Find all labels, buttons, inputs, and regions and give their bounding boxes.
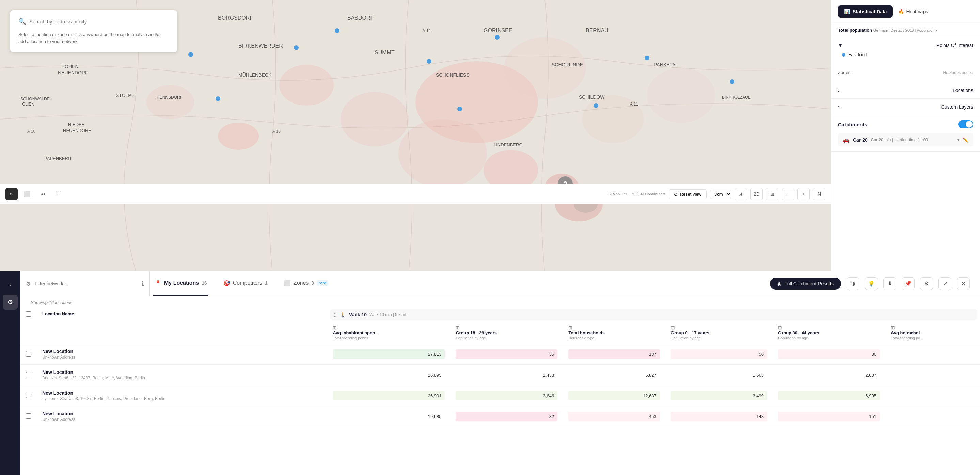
- row-checkbox-2[interactable]: [26, 392, 31, 398]
- filter-input[interactable]: [35, 281, 138, 286]
- row-location-cell-0: New Location Unknown Address: [37, 344, 327, 365]
- select-all-checkbox[interactable]: [26, 311, 31, 317]
- points-of-interest-section: ▼ Points Of Interest Fast food: [831, 37, 980, 63]
- my-locations-count: 16: [202, 280, 207, 286]
- col-avg-spend-sub: Total spending power: [332, 336, 445, 340]
- reset-view-label: Reset view: [680, 192, 702, 197]
- catchment-car-row[interactable]: 🚗 Car 20 Car 20 min | starting time 11:0…: [838, 133, 973, 146]
- search-input[interactable]: [29, 19, 169, 24]
- select-tool-button[interactable]: ↖: [5, 188, 18, 200]
- row-group-30-44-value-3: 151: [778, 411, 880, 421]
- row-group-18-29-3: 82: [450, 406, 563, 427]
- col-total-hh-sub: Household type: [568, 336, 660, 340]
- right-panel-header: 📊 Statistical Data 🔥 Heatmaps: [831, 0, 980, 24]
- row-checkbox-0[interactable]: [26, 351, 31, 356]
- row-group-18-29-2: 3,646: [450, 386, 563, 406]
- zoom-in-button[interactable]: +: [797, 188, 810, 200]
- svg-text:A 10: A 10: [272, 129, 281, 134]
- filter-icon: ⚙: [26, 281, 31, 287]
- north-button[interactable]: N: [813, 188, 826, 200]
- label-tool-button[interactable]: 𝐴: [735, 188, 747, 200]
- row-avg-hh-value-1: [891, 370, 975, 380]
- tab-competitors[interactable]: 🎯 Competitors 1: [222, 272, 269, 295]
- layers-button[interactable]: ⊞: [766, 188, 778, 200]
- fast-food-dot: [842, 53, 845, 57]
- bulb-button[interactable]: 💡: [865, 277, 878, 290]
- svg-text:STOLPE: STOLPE: [116, 93, 135, 98]
- row-group-0-17-value-0: 56: [671, 349, 767, 359]
- line-tool-button[interactable]: 〰: [52, 188, 65, 200]
- svg-text:NEUENDORF: NEUENDORF: [63, 128, 91, 133]
- download-button[interactable]: ⬇: [883, 277, 896, 290]
- heatmaps-button[interactable]: 🔥 Heatmaps: [898, 9, 928, 14]
- no-zones-label: No Zones added: [943, 70, 973, 75]
- row-checkbox-1[interactable]: [26, 372, 31, 377]
- svg-point-15: [188, 52, 193, 57]
- full-catchment-button[interactable]: ◉ Full Catchment Results: [770, 278, 841, 290]
- row-checkbox-3[interactable]: [26, 413, 31, 419]
- edit-catchment-icon[interactable]: ✏️: [963, 137, 969, 143]
- map-attribution-1: © MapTiler: [609, 192, 627, 196]
- custom-layers-expand-icon: ›: [838, 104, 840, 110]
- collapse-walktime-icon[interactable]: ⟨⟩: [333, 312, 337, 317]
- svg-point-17: [427, 59, 431, 64]
- col-group-30-44-sub: Population by age: [778, 336, 880, 340]
- row-name-3: New Location: [42, 411, 322, 416]
- col-group-0-17: ⊞ Group 0 - 17 years Population by age: [665, 321, 773, 344]
- svg-point-16: [335, 28, 339, 33]
- row-group-18-29-value-1: 1,433: [456, 370, 557, 380]
- total-population-section: Total population Germany: Destatis 2018 …: [831, 24, 980, 37]
- contrast-button[interactable]: ◑: [846, 277, 859, 290]
- fast-food-item[interactable]: Fast food: [838, 50, 973, 59]
- tab-zones[interactable]: ⬜ Zones 0 beta: [283, 272, 329, 295]
- row-total-hh-3: 453: [563, 406, 665, 427]
- row-avg-hh-value-3: [891, 411, 975, 421]
- custom-layers-section-header[interactable]: › Custom Layers: [838, 102, 973, 112]
- settings-button[interactable]: ⚙: [920, 277, 933, 290]
- svg-text:HOHEN: HOHEN: [61, 64, 79, 69]
- table-body: New Location Unknown Address 27,813 35 1…: [21, 344, 980, 427]
- locations-expand-icon: ›: [838, 87, 840, 93]
- locations-section-header[interactable]: › Locations: [838, 86, 973, 95]
- row-group-0-17-0: 56: [665, 344, 773, 365]
- svg-text:PAPENBERG: PAPENBERG: [44, 156, 72, 161]
- pin-button[interactable]: 📌: [902, 277, 915, 290]
- row-group-18-29-value-2: 3,646: [456, 391, 557, 400]
- view-2d-button[interactable]: 2D: [751, 188, 763, 200]
- svg-point-9: [398, 119, 487, 187]
- reset-view-button[interactable]: ⊙ Reset view: [669, 189, 706, 199]
- svg-text:HENNSDORF: HENNSDORF: [157, 95, 183, 100]
- row-group-0-17-value-3: 148: [671, 411, 767, 421]
- catchments-toggle[interactable]: [958, 120, 973, 129]
- tab-my-locations[interactable]: 📍 My Locations 16: [153, 272, 208, 295]
- close-button[interactable]: ✕: [957, 277, 970, 290]
- statistical-data-button[interactable]: 📊 Statistical Data: [838, 5, 893, 18]
- table-row: New Location Brienzer Straße 22, 13407, …: [21, 365, 980, 386]
- col-avg-household: ⊞ Avg househol... Total spending po...: [885, 321, 980, 344]
- sidebar-filter-button[interactable]: ⚙: [3, 294, 18, 310]
- zoom-out-button[interactable]: −: [782, 188, 794, 200]
- poi-section-header[interactable]: ▼ Points Of Interest: [838, 41, 973, 50]
- row-avg-hh-1: [885, 365, 980, 386]
- row-group-18-29-0: 35: [450, 344, 563, 365]
- rectangle-tool-button[interactable]: ⬜: [21, 188, 33, 200]
- scale-select[interactable]: 3km: [710, 190, 732, 199]
- svg-text:BIRKENWERDER: BIRKENWERDER: [239, 43, 283, 49]
- polygon-tool-button[interactable]: ⚯: [37, 188, 49, 200]
- row-avg-spend-value-2: 26,901: [332, 391, 445, 400]
- sidebar-back-button[interactable]: ‹: [3, 277, 18, 292]
- reset-view-icon: ⊙: [674, 192, 678, 197]
- walktime-sub: Walk 10 min | 5 km/h: [369, 312, 407, 317]
- svg-text:GLIEN: GLIEN: [22, 102, 34, 106]
- svg-text:BASDORF: BASDORF: [347, 15, 374, 21]
- sidebar-left: ‹ ⚙: [0, 272, 21, 475]
- heatmaps-icon: 🔥: [898, 9, 904, 14]
- expand-button[interactable]: ⤢: [939, 277, 951, 290]
- competitors-count: 1: [265, 280, 268, 286]
- svg-point-5: [218, 122, 259, 150]
- info-icon[interactable]: ℹ: [142, 280, 144, 288]
- right-panel: 📊 Statistical Data 🔥 Heatmaps Total popu…: [831, 0, 980, 272]
- row-avg-hh-3: [885, 406, 980, 427]
- svg-point-2: [279, 65, 334, 106]
- total-population-source[interactable]: Germany: Destatis 2018 | Population ▾: [873, 28, 938, 32]
